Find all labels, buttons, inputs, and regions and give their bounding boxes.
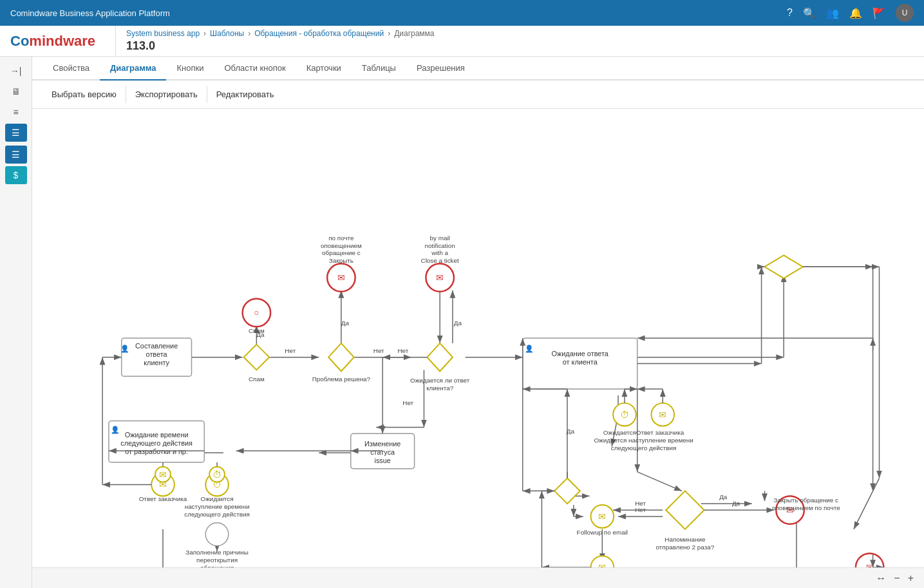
svg-text:👤: 👤 — [111, 425, 120, 434]
bell-icon[interactable]: 🔔 — [849, 7, 862, 19]
svg-text:ОжидаетсяОтвет заказчика: ОжидаетсяОтвет заказчика — [603, 429, 684, 436]
svg-text:следующего действия: следующего действия — [611, 444, 677, 451]
breadcrumb-item-1[interactable]: System business app — [126, 29, 200, 38]
logo: Comindware — [10, 33, 95, 50]
version: 113.0 — [126, 39, 914, 53]
zoom-bar: ↔ − + — [32, 567, 924, 588]
svg-text:Ожидание ответа: Ожидание ответа — [552, 350, 609, 357]
tab-permissions[interactable]: Разрешения — [406, 57, 475, 81]
topbar: Comindware Business Application Platform… — [0, 0, 924, 26]
help-icon[interactable]: ? — [787, 7, 793, 19]
svg-text:Заполнение причины: Заполнение причины — [185, 549, 249, 556]
svg-line-46 — [637, 472, 682, 491]
tab-cards[interactable]: Карточки — [296, 57, 352, 81]
zoom-fit-icon[interactable]: ↔ — [876, 573, 886, 584]
svg-text:Нет: Нет — [402, 399, 413, 406]
tab-properties[interactable]: Свойства — [42, 57, 100, 81]
sidebar-collapse-btn[interactable]: →| — [5, 62, 27, 80]
sidebar-list-btn[interactable]: ≡ — [5, 103, 27, 121]
svg-text:Изменение: Изменение — [364, 440, 401, 448]
svg-text:Закрыть обращение с: Закрыть обращение с — [773, 497, 838, 504]
svg-text:Ожидается наступление времени: Ожидается наступление времени — [594, 437, 693, 444]
svg-text:ответа: ответа — [146, 350, 168, 358]
svg-text:Да: Да — [719, 493, 728, 500]
svg-text:with a: with a — [431, 249, 448, 256]
svg-text:Ожидается ли ответ: Ожидается ли ответ — [410, 377, 470, 384]
svg-text:статуса: статуса — [370, 448, 395, 456]
main-layout: →| 🖥 ≡ ☰ ☰ $ Свойства Диаграмма Кнопки О… — [0, 57, 924, 588]
tab-diagram[interactable]: Диаграмма — [100, 57, 166, 81]
svg-text:от разработки и пр.: от разработки и пр. — [125, 448, 188, 455]
svg-text:👤: 👤 — [120, 344, 129, 353]
svg-text:Составление: Составление — [135, 342, 178, 350]
sidebar: →| 🖥 ≡ ☰ ☰ $ — [0, 57, 32, 588]
svg-text:Ожидается: Ожидается — [201, 495, 234, 502]
logo-section: Comindware — [0, 26, 116, 56]
diagram-canvas[interactable]: Да Нет Да Нет Да — [32, 109, 924, 567]
svg-text:от клиента: от клиента — [563, 358, 598, 366]
svg-marker-118 — [666, 491, 704, 529]
breadcrumb-item-2[interactable]: Шаблоны — [210, 29, 244, 38]
select-version-button[interactable]: Выбрать версию — [42, 86, 126, 103]
svg-text:✉: ✉ — [598, 511, 606, 522]
breadcrumb-section: System business app › Шаблоны › Обращени… — [116, 26, 924, 56]
svg-point-90 — [205, 523, 229, 546]
svg-text:Да: Да — [341, 319, 350, 327]
svg-text:Нет: Нет — [397, 347, 408, 354]
svg-line-41 — [854, 479, 880, 529]
svg-marker-74 — [427, 343, 453, 372]
tab-buttons[interactable]: Кнопки — [166, 57, 214, 81]
topbar-title: Comindware Business Application Platform — [10, 8, 170, 18]
svg-text:Нет: Нет — [373, 347, 384, 354]
svg-text:Напоминание: Напоминание — [665, 536, 706, 543]
content-area: Свойства Диаграмма Кнопки Области кнопок… — [32, 57, 924, 588]
zoom-minus-icon[interactable]: − — [894, 573, 900, 584]
tab-tables[interactable]: Таблицы — [352, 57, 406, 81]
svg-text:Спам: Спам — [249, 375, 265, 383]
export-button[interactable]: Экспортировать — [126, 86, 207, 103]
sidebar-menu1-btn[interactable]: ☰ — [5, 124, 27, 142]
edit-button[interactable]: Редактировать — [207, 86, 283, 103]
svg-marker-129 — [765, 255, 803, 278]
svg-text:наступление времени: наступление времени — [185, 503, 250, 510]
svg-text:Нет: Нет — [635, 500, 646, 507]
logo-mindware: mindware — [29, 33, 95, 49]
svg-text:Спам: Спам — [249, 327, 265, 334]
svg-marker-57 — [244, 345, 270, 370]
topbar-icons: ? 🔍 👥 🔔 🚩 U — [787, 4, 914, 22]
svg-text:✉: ✉ — [866, 562, 874, 567]
sidebar-menu2-btn[interactable]: ☰ — [5, 146, 27, 164]
svg-text:следующего действия: следующего действия — [120, 439, 193, 447]
search-icon[interactable]: 🔍 — [803, 7, 816, 19]
svg-text:Ответ заказчика: Ответ заказчика — [139, 495, 187, 502]
svg-text:клиента?: клиента? — [426, 384, 454, 392]
svg-text:✉: ✉ — [159, 469, 167, 480]
svg-text:⏱: ⏱ — [212, 469, 222, 480]
svg-text:по почте: по почте — [328, 234, 354, 242]
breadcrumb-item-3[interactable]: Обращения - обработка обращений — [254, 29, 384, 38]
svg-text:✉: ✉ — [598, 562, 606, 567]
svg-text:Нет: Нет — [285, 347, 296, 354]
svg-marker-65 — [328, 343, 354, 372]
users-icon[interactable]: 👥 — [826, 7, 839, 19]
svg-text:обращения: обращения — [200, 564, 234, 567]
flag-icon[interactable]: 🚩 — [872, 7, 885, 19]
logo-co: Co — [10, 33, 29, 49]
svg-text:Да: Да — [567, 428, 575, 435]
tab-button-areas[interactable]: Области кнопок — [214, 57, 296, 81]
svg-text:переоткрытия: переоткрытия — [196, 556, 238, 564]
svg-text:by mail: by mail — [430, 234, 450, 242]
sidebar-monitor-btn[interactable]: 🖥 — [5, 82, 27, 100]
sidebar-dollar-btn[interactable]: $ — [5, 166, 27, 184]
svg-text:Закрыть: Закрыть — [329, 257, 354, 264]
zoom-plus-icon[interactable]: + — [908, 573, 914, 584]
svg-marker-111 — [554, 479, 580, 504]
svg-text:notification: notification — [425, 242, 455, 249]
user-avatar[interactable]: U — [896, 4, 914, 22]
svg-text:○: ○ — [254, 307, 259, 318]
svg-text:Проблема решена?: Проблема решена? — [312, 375, 371, 383]
toolbar: Выбрать версию Экспортировать Редактиров… — [32, 81, 924, 109]
svg-text:обращение с: обращение с — [322, 249, 361, 256]
svg-text:⏱: ⏱ — [620, 410, 629, 420]
svg-text:Followup по email: Followup по email — [577, 529, 628, 536]
